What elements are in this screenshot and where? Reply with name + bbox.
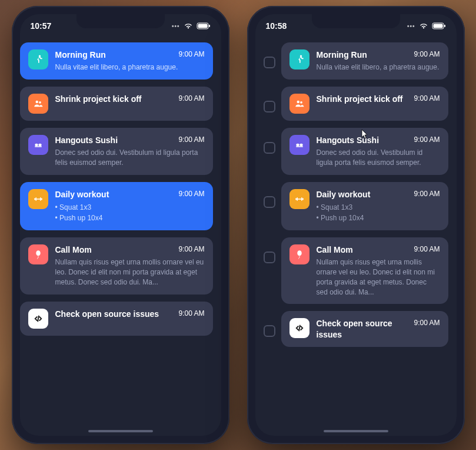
svg-point-19 — [297, 101, 299, 104]
task-card[interactable]: Daily workout 9:00 AM • Squat 1x3• Push … — [20, 182, 213, 230]
task-time: 9:00 AM — [178, 94, 204, 102]
balloon-icon — [289, 244, 309, 264]
task-time: 9:00 AM — [414, 319, 440, 327]
svg-rect-13 — [40, 197, 41, 201]
task-row: Check open source issues 9:00 AM — [20, 302, 213, 336]
task-body: Hangouts Sushi 9:00 AM Donec sed odio du… — [55, 135, 205, 168]
task-checkbox[interactable] — [264, 252, 275, 263]
checkbox-column — [264, 87, 275, 113]
status-time: 10:57 — [31, 21, 52, 31]
task-checkbox[interactable] — [264, 325, 275, 337]
task-body: Call Mom 9:00 AM Nullam quis risus eget … — [317, 244, 440, 297]
task-title: Shrink project kick off — [55, 94, 142, 104]
task-title: Check open source issues — [317, 318, 408, 339]
phone-screen: 10:58 ••• Morning Run — [255, 14, 457, 436]
task-card[interactable]: Call Mom 9:00 AM Nullam quis risus eget … — [20, 237, 213, 295]
task-body: Daily workout 9:00 AM • Squat 1x3• Push … — [317, 189, 440, 223]
home-indicator[interactable] — [324, 430, 388, 432]
home-indicator[interactable] — [88, 430, 153, 432]
task-row: Morning Run 9:00 AM Nulla vitae elit lib… — [20, 42, 213, 80]
task-title: Morning Run — [317, 49, 367, 60]
task-card[interactable]: Check open source issues 9:00 AM — [20, 302, 213, 336]
svg-point-29 — [297, 250, 302, 256]
notch — [76, 14, 165, 28]
task-body: Check open source issues 9:00 AM — [317, 318, 440, 339]
task-title: Hangouts Sushi — [317, 135, 380, 145]
task-desc: Nullam quis risus eget urna mollis ornar… — [55, 257, 205, 287]
task-card[interactable]: Call Mom 9:00 AM Nullam quis risus eget … — [281, 237, 448, 304]
task-row: Daily workout 9:00 AM • Squat 1x3• Push … — [20, 182, 213, 230]
phone-mockup: 10:57 ••• Morning Run — [12, 6, 229, 444]
task-card[interactable]: Shrink project kick off 9:00 AM — [281, 87, 448, 121]
task-card[interactable]: Morning Run 9:00 AM Nulla vitae elit lib… — [281, 42, 448, 80]
task-body: Morning Run 9:00 AM Nulla vitae elit lib… — [317, 49, 440, 72]
task-row: Hangouts Sushi 9:00 AM Donec sed odio du… — [20, 128, 213, 175]
task-title: Morning Run — [55, 49, 106, 60]
phone-mockup: 10:58 ••• Morning Run — [247, 6, 465, 444]
svg-rect-28 — [301, 197, 302, 201]
dumbbell-icon — [28, 189, 48, 209]
task-body: Check open source issues 9:00 AM — [55, 309, 205, 329]
task-card[interactable]: Daily workout 9:00 AM • Squat 1x3• Push … — [281, 182, 448, 230]
task-title: Shrink project kick off — [317, 94, 403, 104]
svg-rect-12 — [35, 197, 36, 201]
task-time: 9:00 AM — [414, 50, 440, 58]
task-card[interactable]: Hangouts Sushi 9:00 AM Donec sed odio du… — [20, 128, 213, 175]
svg-rect-27 — [297, 197, 298, 201]
task-row: Call Mom 9:00 AM Nullam quis risus eget … — [20, 237, 213, 295]
task-checkbox[interactable] — [264, 101, 275, 113]
task-card[interactable]: Check open source issues 9:00 AM — [281, 311, 448, 346]
task-time: 9:00 AM — [414, 135, 440, 144]
task-time: 9:00 AM — [178, 50, 204, 58]
task-row: Shrink project kick off 9:00 AM — [264, 87, 448, 121]
svg-point-5 — [39, 101, 41, 104]
task-desc: Donec sed odio dui. Vestibulum id ligula… — [55, 148, 205, 168]
balloon-icon — [28, 244, 48, 264]
svg-point-6 — [35, 144, 38, 147]
svg-rect-25 — [302, 198, 303, 200]
task-row: Hangouts Sushi 9:00 AM Donec sed odio du… — [264, 128, 448, 175]
dumbbell-icon — [289, 189, 309, 209]
svg-rect-10 — [41, 198, 42, 200]
task-sublist: • Squat 1x3• Push up 10x4 — [55, 202, 205, 223]
battery-icon — [197, 22, 211, 29]
svg-point-14 — [36, 250, 41, 256]
svg-rect-1 — [198, 24, 207, 28]
task-row: Daily workout 9:00 AM • Squat 1x3• Push … — [264, 182, 448, 230]
task-card[interactable]: Morning Run 9:00 AM Nulla vitae elit lib… — [20, 42, 213, 80]
svg-rect-24 — [295, 198, 297, 200]
task-row: Shrink project kick off 9:00 AM — [20, 87, 213, 121]
task-desc: Donec sed odio dui. Vestibulum id ligula… — [317, 148, 440, 168]
svg-rect-2 — [209, 25, 210, 27]
task-title: Call Mom — [317, 244, 353, 255]
task-time: 9:00 AM — [178, 135, 204, 144]
task-time: 9:00 AM — [178, 309, 204, 317]
svg-point-7 — [38, 144, 41, 147]
running-icon — [289, 49, 309, 70]
task-title: Daily workout — [317, 189, 371, 200]
task-list[interactable]: Morning Run 9:00 AM Nulla vitae elit lib… — [20, 38, 221, 436]
code-icon — [289, 318, 309, 338]
cellular-icon: ••• — [172, 23, 180, 29]
svg-rect-23 — [296, 146, 303, 147]
task-body: Shrink project kick off 9:00 AM — [317, 94, 440, 114]
task-card[interactable]: Shrink project kick off 9:00 AM — [20, 87, 213, 121]
task-row: Call Mom 9:00 AM Nullam quis risus eget … — [264, 237, 448, 304]
checkbox-column — [264, 237, 275, 263]
task-time: 9:00 AM — [414, 190, 440, 198]
task-checkbox[interactable] — [264, 196, 275, 208]
sushi-icon — [289, 135, 309, 155]
cellular-icon: ••• — [407, 23, 415, 29]
task-card[interactable]: Hangouts Sushi 9:00 AM Donec sed odio du… — [281, 128, 448, 175]
svg-point-20 — [300, 101, 302, 104]
task-desc: Nulla vitae elit libero, a pharetra augu… — [55, 62, 205, 72]
svg-point-22 — [299, 144, 302, 147]
task-list[interactable]: Morning Run 9:00 AM Nulla vitae elit lib… — [255, 38, 457, 436]
task-checkbox[interactable] — [264, 142, 275, 154]
task-checkbox[interactable] — [264, 57, 275, 68]
task-desc: Nullam quis risus eget urna mollis ornar… — [317, 257, 440, 297]
checkbox-column — [264, 128, 275, 154]
task-row: Check open source issues 9:00 AM — [264, 311, 448, 346]
task-time: 9:00 AM — [178, 245, 204, 253]
status-time: 10:58 — [266, 21, 287, 31]
